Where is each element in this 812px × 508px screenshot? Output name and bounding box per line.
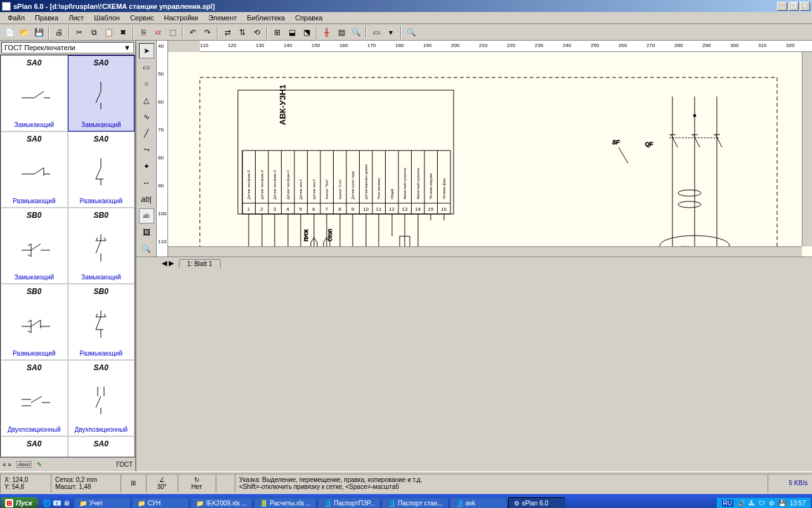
pointer-tool[interactable]: ➤ — [139, 43, 154, 58]
library-item[interactable]: SA0Двухпозиционный — [68, 360, 135, 436]
library-item[interactable]: SA0Замыкающий — [1, 55, 68, 131]
start-button[interactable]: ⊞ Пуск — [1, 497, 39, 509]
rotate-icon[interactable]: ⟲ — [250, 25, 264, 39]
library-combo[interactable]: ГОСТ Переключатели ▼ — [1, 42, 134, 53]
mirror-h-icon[interactable]: ⇄ — [221, 25, 235, 39]
svg-text:Датчик тока фазы A: Датчик тока фазы A — [273, 170, 277, 199]
status-bar: X: 124,0 Y: 54,8 Сетка: 0,2 mm Масшт: 1,… — [0, 471, 812, 494]
quicklaunch-icon[interactable]: 📧 — [53, 499, 62, 507]
taskbar-button[interactable]: 📁IEK2009.xls ... — [190, 497, 252, 509]
redo-icon[interactable]: ↷ — [200, 25, 214, 39]
quicklaunch-icon[interactable]: 🌐 — [43, 499, 51, 507]
scrollbar-horizontal[interactable] — [168, 246, 802, 257]
label-icon[interactable]: Abcd — [16, 461, 32, 468]
svg-text:Датчик тока C: Датчик тока C — [299, 178, 303, 199]
taskbar-button[interactable]: 📘ПаспортПЗР... — [318, 497, 381, 509]
menu-edit[interactable]: Правка — [30, 13, 63, 23]
page-icon[interactable]: ▭ — [369, 25, 383, 39]
menu-element[interactable]: Элемент — [203, 13, 242, 23]
copy-icon[interactable]: ⧉ — [87, 25, 101, 39]
options-icon[interactable]: ╫ — [320, 25, 334, 39]
menu-settings[interactable]: Настройки — [159, 13, 204, 23]
menu-file[interactable]: Файл — [3, 13, 30, 23]
new-icon[interactable]: 📄 — [3, 25, 16, 39]
clock[interactable]: 13:57 — [790, 500, 806, 507]
close-button[interactable]: × — [800, 2, 810, 11]
menu-sheet[interactable]: Лист — [63, 13, 89, 23]
quicklaunch-icon[interactable]: 🖥 — [63, 499, 70, 507]
text-tool[interactable]: ab| — [139, 192, 154, 207]
group-icon[interactable]: ⬓ — [285, 25, 299, 39]
tray-icon[interactable]: ⚙ — [769, 500, 775, 507]
library-item[interactable]: SA0 — [68, 436, 135, 457]
ungroup-icon[interactable]: ⬔ — [299, 25, 313, 39]
library-item[interactable]: SB0Замыкающий — [68, 208, 135, 284]
taskbar-button[interactable]: ⚙sPlan 6.0 — [508, 497, 565, 509]
dimension-tool[interactable]: ↔ — [139, 175, 154, 190]
rect-tool[interactable]: ▭ — [139, 60, 154, 75]
mirror-v-icon[interactable]: ⇅ — [235, 25, 249, 39]
menu-library[interactable]: Библиотека — [242, 13, 290, 23]
nav-arrows[interactable]: « » — [3, 461, 11, 468]
scrollbar-vertical[interactable] — [802, 52, 812, 246]
poly-tool[interactable]: △ — [139, 93, 154, 108]
select-icon[interactable]: ⬚ — [166, 25, 180, 39]
label-tool[interactable]: ab — [139, 208, 154, 224]
status-x: X: 124,0 — [4, 476, 46, 483]
drawing-canvas[interactable]: АВК-УЗН1 1Датчик тока фазы B2Датчик тока… — [168, 52, 812, 257]
taskbar-button[interactable]: 📁СУН — [132, 497, 189, 509]
svg-text:Датчик тока фазы B: Датчик тока фазы B — [247, 170, 251, 199]
library-item[interactable]: SB0Размыкающий — [68, 284, 135, 360]
cut-icon[interactable]: ✂ — [72, 25, 86, 39]
taskbar-button[interactable]: 📘Паспорт стан... — [382, 497, 448, 509]
bezier-tool[interactable]: ⤳ — [139, 142, 154, 157]
taskbar-button[interactable]: 📁Учет — [74, 497, 131, 509]
sheet-tab-1[interactable]: 1: Blatt 1 — [179, 259, 220, 268]
node-tool[interactable]: ✦ — [139, 159, 154, 174]
paste-icon[interactable]: 📋 — [102, 25, 115, 39]
delete-icon[interactable]: ✖ — [116, 25, 130, 39]
tray-icon[interactable]: 🖧 — [749, 500, 755, 507]
save-icon[interactable]: 💾 — [32, 25, 46, 39]
library-item[interactable]: SA0Размыкающий — [1, 131, 68, 208]
copy2-icon[interactable]: ⎘ — [136, 25, 150, 39]
dropdown-icon[interactable]: ▾ — [384, 25, 398, 39]
svg-text:QF: QF — [645, 141, 653, 147]
x2-icon[interactable]: x2 — [151, 25, 165, 39]
library-item[interactable]: SA0Двухпозиционный — [1, 360, 68, 436]
zoom-icon[interactable]: 🔍 — [404, 25, 418, 39]
svg-text:Реле сигнализ: Реле сигнализ — [377, 178, 381, 199]
system-tray: RU 🔊 🖧 🛡 ⚙ 💾 13:57 — [716, 498, 811, 509]
tray-icon[interactable]: 🔊 — [737, 500, 745, 507]
tray-icon[interactable]: 💾 — [778, 500, 786, 507]
library-item[interactable]: SA0 — [1, 436, 68, 457]
library-item[interactable]: SB0Замыкающий — [1, 208, 68, 284]
maximize-button[interactable]: ❐ — [789, 2, 799, 11]
line-tool[interactable]: ╱ — [139, 126, 154, 141]
minimize-button[interactable]: _ — [777, 2, 787, 11]
schematic-svg: АВК-УЗН1 1Датчик тока фазы B2Датчик тока… — [168, 52, 802, 257]
circle-tool[interactable]: ○ — [139, 76, 154, 91]
library-item[interactable]: SB0Размыкающий — [1, 284, 68, 360]
tray-icon[interactable]: 🛡 — [759, 500, 765, 507]
menu-service[interactable]: Сервис — [125, 13, 159, 23]
print-icon[interactable]: 🖨 — [52, 25, 66, 39]
snap-icon[interactable]: ⊞ — [270, 25, 284, 39]
library-item[interactable]: SA0Размыкающий — [68, 131, 135, 208]
menu-help[interactable]: Справка — [290, 13, 327, 23]
undo-icon[interactable]: ↶ — [186, 25, 200, 39]
taskbar-button[interactable]: 📗Расчеты.xls ... — [254, 497, 317, 509]
library-item[interactable]: SA0Замыкающий — [68, 55, 135, 131]
svg-point-162 — [693, 114, 696, 117]
svg-text:11: 11 — [376, 206, 382, 212]
menu-template[interactable]: Шаблон — [89, 13, 125, 23]
taskbar-button[interactable]: 📘avk — [450, 497, 507, 509]
find-icon[interactable]: 🔍 — [349, 25, 363, 39]
svg-text:16: 16 — [441, 206, 447, 212]
spline-tool[interactable]: ∿ — [139, 109, 154, 124]
zoom-tool[interactable]: 🔍 — [139, 241, 154, 257]
lang-indicator[interactable]: RU — [722, 500, 733, 507]
open-icon[interactable]: 📂 — [17, 25, 31, 39]
image-tool[interactable]: 🖼 — [139, 225, 154, 240]
list-icon[interactable]: ▤ — [334, 25, 348, 39]
